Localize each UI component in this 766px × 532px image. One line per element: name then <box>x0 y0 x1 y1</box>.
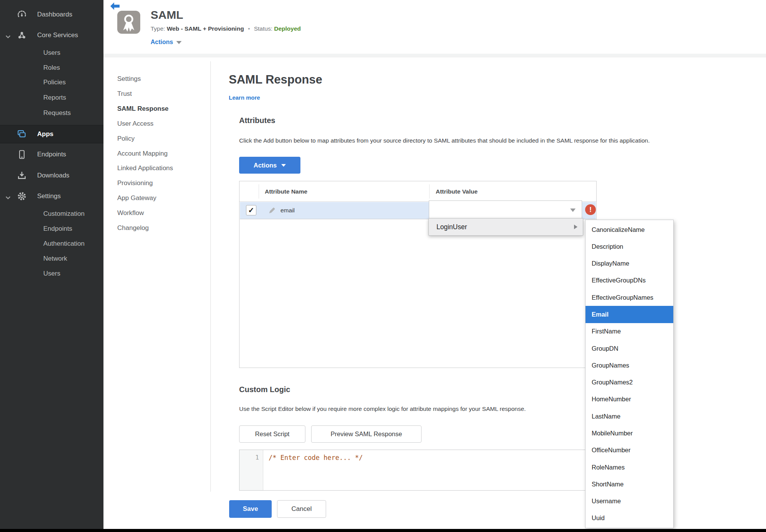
status-label: Status: <box>254 25 272 32</box>
tab-account-mapping[interactable]: Account Mapping <box>117 146 167 161</box>
tab-linked-applications[interactable]: Linked Applications <box>117 161 173 176</box>
submenu-item[interactable]: GroupDN <box>586 340 673 357</box>
line-number: 1 <box>255 454 259 461</box>
core-services-icon <box>17 30 27 40</box>
sidebar-item-users[interactable]: Users <box>0 45 103 61</box>
attribute-submenu: CanonicalizeName Description DisplayName… <box>585 220 674 528</box>
gauge-icon <box>17 10 27 20</box>
bottom-edge-bar <box>0 529 766 532</box>
table-header: Attribute Name Attribute Value <box>239 181 596 202</box>
submenu-item[interactable]: HomeNumber <box>586 391 673 408</box>
sidebar-item-reports[interactable]: Reports <box>0 90 103 105</box>
submenu-item[interactable]: ShortName <box>586 476 673 493</box>
chevron-down-icon[interactable] <box>5 33 11 37</box>
tab-changelog[interactable]: Changelog <box>117 220 149 235</box>
submenu-item[interactable]: GroupNames2 <box>586 374 673 391</box>
editor-gutter: 1 <box>239 450 263 490</box>
pencil-icon[interactable] <box>268 207 276 214</box>
sidebar-item-customization[interactable]: Customization <box>0 206 103 222</box>
tab-app-gateway[interactable]: App Gateway <box>117 190 156 205</box>
column-header-attribute-name[interactable]: Attribute Name <box>265 181 307 202</box>
column-divider <box>259 184 259 199</box>
sidebar-item-label: Apps <box>37 130 54 138</box>
column-divider <box>429 184 430 199</box>
submenu-item[interactable]: Uuid <box>586 510 673 527</box>
chevron-down-icon <box>176 41 182 44</box>
sidebar-item-authentication[interactable]: Authentication <box>0 236 103 251</box>
sidebar-item-label: Dashboards <box>37 11 72 18</box>
attributes-heading: Attributes <box>239 116 275 125</box>
sidebar-item-apps[interactable]: Apps <box>0 125 103 143</box>
sidebar-item-core-services[interactable]: Core Services <box>0 28 103 43</box>
download-icon <box>17 171 27 181</box>
reset-script-button[interactable]: Reset Script <box>239 425 305 443</box>
attribute-name-cell: email <box>280 202 295 219</box>
sidebar-item-roles[interactable]: Roles <box>0 60 103 76</box>
custom-logic-description: Use the Script Editor below if you requi… <box>239 406 526 412</box>
sidebar-item-endpoints-settings[interactable]: Endpoints <box>0 221 103 236</box>
apps-icon <box>17 129 27 139</box>
type-label: Type: <box>151 25 165 32</box>
sidebar-item-dashboards[interactable]: Dashboards <box>0 7 103 22</box>
sidebar-item-requests[interactable]: Requests <box>0 105 103 121</box>
sidebar-item-users-settings[interactable]: Users <box>0 266 103 281</box>
saml-app-badge-icon <box>117 11 140 34</box>
submenu-item[interactable]: Username <box>586 493 673 510</box>
editor-code[interactable]: /* Enter code here... */ <box>269 454 363 461</box>
sidebar-item-endpoints[interactable]: Endpoints <box>0 147 103 162</box>
submenu-item[interactable]: Description <box>586 238 673 255</box>
submenu-item[interactable]: EffectiveGroupDNs <box>586 272 673 289</box>
learn-more-link[interactable]: Learn more <box>229 94 260 101</box>
tab-workflow[interactable]: Workflow <box>117 205 144 220</box>
tab-trust[interactable]: Trust <box>117 86 132 101</box>
device-icon <box>17 149 27 159</box>
chevron-right-icon <box>574 225 577 229</box>
save-button[interactable]: Save <box>229 500 272 518</box>
preview-saml-response-button[interactable]: Preview SAML Response <box>311 425 422 443</box>
submenu-item[interactable]: FirstName <box>586 323 673 340</box>
column-header-attribute-value[interactable]: Attribute Value <box>436 181 477 202</box>
submenu-item[interactable]: OfficeNumber <box>586 442 673 459</box>
app-title: SAML <box>151 8 183 21</box>
gear-icon <box>17 191 27 201</box>
back-arrow-icon[interactable] <box>110 2 120 10</box>
meta-separator: • <box>248 25 250 32</box>
tab-provisioning[interactable]: Provisioning <box>117 176 153 190</box>
submenu-item-selected[interactable]: Email <box>586 306 673 323</box>
attributes-actions-button[interactable]: Actions <box>239 157 300 174</box>
submenu-item[interactable]: RoleNames <box>586 459 673 476</box>
sidebar-item-network[interactable]: Network <box>0 251 103 266</box>
sidebar-item-settings[interactable]: Settings <box>0 189 103 204</box>
app-window: Dashboards Core Services Users Roles Pol… <box>0 0 766 532</box>
tab-policy[interactable]: Policy <box>117 131 135 146</box>
header-divider <box>103 54 766 57</box>
page-title: SAML Response <box>229 73 322 87</box>
sidebar-item-policies[interactable]: Policies <box>0 75 103 90</box>
type-value: Web - SAML + Provisioning <box>167 25 244 32</box>
chevron-down-icon[interactable] <box>5 194 11 198</box>
chevron-down-icon <box>281 164 286 167</box>
sidebar-item-downloads[interactable]: Downloads <box>0 168 103 183</box>
header-actions-menu[interactable]: Actions <box>151 39 182 46</box>
submenu-item[interactable]: EffectiveGroupNames <box>586 289 673 306</box>
nav-content-divider <box>210 61 211 492</box>
submenu-item[interactable]: GroupNames <box>586 357 673 374</box>
submenu-item[interactable]: DisplayName <box>586 255 673 272</box>
tab-saml-response[interactable]: SAML Response <box>117 101 169 116</box>
submenu-item[interactable]: LastName <box>586 408 673 425</box>
tab-settings[interactable]: Settings <box>117 71 141 86</box>
tab-user-access[interactable]: User Access <box>117 116 153 131</box>
sidebar: Dashboards Core Services Users Roles Pol… <box>0 0 103 532</box>
row-checkbox[interactable]: ✓ <box>246 205 256 215</box>
cancel-button[interactable]: Cancel <box>277 500 326 518</box>
sidebar-item-label: Core Services <box>37 31 78 39</box>
submenu-item[interactable]: CanonicalizeName <box>586 221 673 238</box>
submenu-item[interactable]: MobileNumber <box>586 425 673 442</box>
app-meta: Type: Web - SAML + Provisioning • Status… <box>151 25 301 32</box>
attribute-value-dropdown[interactable] <box>429 200 582 219</box>
attributes-description: Click the Add button below to map attrib… <box>239 137 650 144</box>
chevron-down-icon <box>570 209 576 212</box>
menu-item-loginuser[interactable]: LoginUser <box>428 218 583 236</box>
error-icon: ! <box>585 204 596 215</box>
status-value: Deployed <box>274 25 301 32</box>
